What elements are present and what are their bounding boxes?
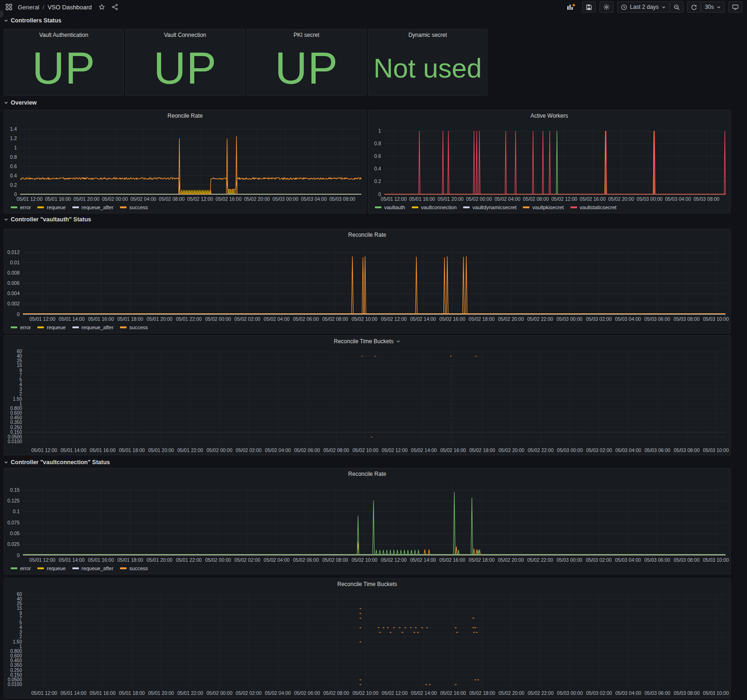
stat-value: UP — [32, 46, 95, 91]
svg-text:05/02 08:00: 05/02 08:00 — [322, 557, 348, 563]
svg-text:05/03 02:00: 05/03 02:00 — [586, 447, 612, 453]
legend-item-vaultpkisecret[interactable]: vaultpkisecret — [523, 205, 564, 210]
legend-item-success[interactable]: success — [120, 566, 148, 571]
svg-text:05/03 00:00: 05/03 00:00 — [557, 690, 583, 696]
cycle-view-mode-button[interactable] — [728, 1, 742, 13]
svg-text:05/02 00:00: 05/02 00:00 — [205, 316, 231, 322]
timeseries-chart[interactable]: 05/01 12:0005/01 14:0005/01 16:0005/01 1… — [4, 240, 730, 324]
svg-text:05/02 00:00: 05/02 00:00 — [205, 557, 231, 563]
stat-panel-dynamic-secret: Dynamic secret Not used — [368, 29, 487, 96]
svg-text:0.6: 0.6 — [374, 153, 381, 159]
heatmap-chart[interactable]: 05/01 12:0005/01 14:0005/01 16:0005/01 1… — [4, 347, 730, 455]
legend-item-vaultdynamicsecret[interactable]: vaultdynamicsecret — [463, 205, 516, 210]
time-range-picker[interactable]: Last 2 days — [617, 1, 669, 13]
apps-grid-icon[interactable] — [5, 3, 13, 11]
svg-text:05/03 00:00: 05/03 00:00 — [557, 316, 583, 322]
svg-text:05/02 04:00: 05/02 04:00 — [265, 447, 291, 453]
stat-value: UP — [154, 46, 217, 91]
svg-text:05/03 10:00: 05/03 10:00 — [703, 557, 729, 563]
panel-title[interactable]: Reconcile Time Buckets — [4, 579, 730, 590]
zoom-out-time-button[interactable] — [670, 1, 684, 13]
timeseries-chart[interactable]: 05/01 12:0005/01 16:0005/01 20:0005/02 0… — [368, 121, 730, 204]
legend-item-success[interactable]: success — [120, 205, 148, 210]
legend-item-vaultconnection[interactable]: vaultconnection — [412, 205, 457, 210]
svg-text:0: 0 — [17, 552, 20, 558]
panel-title[interactable]: Vault Authentication — [4, 29, 123, 41]
legend-color-dash — [37, 326, 44, 328]
panel-title[interactable]: Reconcile Rate — [4, 229, 730, 240]
svg-text:05/03 06:00: 05/03 06:00 — [644, 690, 670, 696]
legend-item-requeue[interactable]: requeue — [37, 325, 65, 330]
legend-label: requeue — [47, 566, 65, 571]
svg-text:05/01 12:00: 05/01 12:00 — [381, 196, 407, 202]
panel-title[interactable]: Reconcile Rate — [4, 468, 730, 480]
legend-item-error[interactable]: error — [11, 566, 31, 571]
heatmap-chart[interactable]: 05/01 12:0005/01 14:0005/01 16:0005/01 1… — [4, 590, 730, 698]
svg-text:05/01 18:00: 05/01 18:00 — [117, 557, 143, 563]
svg-text:05/02 18:00: 05/02 18:00 — [469, 316, 495, 322]
dashboard-settings-button[interactable] — [599, 1, 613, 13]
timeseries-chart[interactable]: 05/01 12:0005/01 14:0005/01 16:0005/01 1… — [4, 480, 730, 565]
legend-item-error[interactable]: error — [11, 325, 31, 330]
legend-color-dash — [523, 206, 529, 208]
legend-item-requeue[interactable]: requeue — [37, 205, 65, 210]
svg-text:05/03 02:00: 05/03 02:00 — [586, 316, 612, 322]
refresh-interval-picker[interactable]: 30s — [701, 1, 725, 13]
svg-text:0.002: 0.002 — [7, 301, 20, 306]
refresh-interval-label: 30s — [705, 4, 714, 10]
refresh-button[interactable] — [687, 1, 701, 13]
stat-value: Not used — [374, 55, 482, 82]
star-icon[interactable] — [98, 3, 106, 11]
section-controller-vaultconnection[interactable]: Controller "vaultconnection" Status — [4, 459, 110, 466]
legend-item-requeue_after[interactable]: requeue_after — [72, 566, 114, 571]
section-collapse-icon — [4, 100, 8, 105]
add-panel-button[interactable] — [564, 1, 578, 13]
section-controller-vaultauth[interactable]: Controller "vaultauth" Status — [4, 216, 91, 223]
svg-text:05/01 16:00: 05/01 16:00 — [45, 196, 71, 202]
section-collapse-icon — [4, 18, 8, 23]
section-controllers-status[interactable]: Controllers Status — [4, 17, 61, 24]
panel-title[interactable]: Reoncile Rate — [4, 110, 366, 121]
breadcrumb-folder[interactable]: General — [18, 4, 39, 11]
panel-vaultconnection-reconcile-rate: Reconcile Rate 05/01 12:0005/01 14:0005/… — [4, 468, 731, 574]
legend-label: requeue — [47, 205, 65, 210]
svg-text:05/01 14:00: 05/01 14:00 — [61, 447, 87, 453]
share-icon[interactable] — [111, 3, 119, 11]
svg-text:05/01 22:00: 05/01 22:00 — [176, 316, 202, 322]
legend-item-requeue_after[interactable]: requeue_after — [72, 205, 114, 210]
panel-title[interactable]: Vault Connection — [126, 29, 245, 41]
legend-item-requeue_after[interactable]: requeue_after — [72, 325, 114, 330]
panel-title[interactable]: Reconcile Time Buckets — [4, 336, 730, 347]
page-title[interactable]: VSO Dashboard — [48, 4, 92, 11]
svg-text:05/01 16:00: 05/01 16:00 — [90, 447, 116, 453]
svg-text:0.15: 0.15 — [10, 487, 20, 493]
legend-item-error[interactable]: error — [11, 205, 31, 210]
section-overview[interactable]: Overview — [4, 99, 37, 106]
svg-text:05/03 00:00: 05/03 00:00 — [557, 557, 583, 563]
top-nav: General / VSO Dashboard Last 2 days — [0, 0, 747, 14]
svg-text:05/02 06:00: 05/02 06:00 — [294, 690, 320, 696]
panel-title[interactable]: PKI secret — [247, 29, 366, 41]
legend-item-vaultstaticsecret[interactable]: vaultstaticsecret — [571, 205, 617, 210]
svg-text:05/03 04:00: 05/03 04:00 — [665, 196, 691, 202]
panel-title[interactable]: Active Workers — [368, 110, 730, 121]
legend-item-success[interactable]: success — [120, 325, 148, 330]
legend-label: requeue_after — [82, 325, 114, 330]
legend-item-requeue[interactable]: requeue — [37, 566, 65, 571]
save-dashboard-button[interactable] — [582, 1, 596, 13]
panel-title[interactable]: Dynamic secret — [368, 29, 487, 41]
legend-label: requeue — [47, 325, 65, 330]
svg-text:05/02 22:00: 05/02 22:00 — [528, 690, 554, 696]
svg-text:1: 1 — [378, 128, 381, 134]
svg-text:05/02 16:00: 05/02 16:00 — [439, 316, 465, 322]
chevron-down-icon — [662, 5, 666, 9]
legend-item-vaultauth[interactable]: vaultauth — [375, 205, 405, 210]
chart-legend: errorrequeuerequeue_aftersuccess — [4, 565, 730, 574]
svg-text:05/02 20:00: 05/02 20:00 — [499, 447, 525, 453]
svg-text:05/02 00:00: 05/02 00:00 — [206, 690, 233, 696]
panel-menu-chevron-icon — [396, 339, 401, 344]
legend-label: success — [129, 566, 148, 571]
timeseries-chart[interactable]: 05/01 12:0005/01 16:0005/01 20:0005/02 0… — [4, 121, 366, 204]
svg-text:05/03 08:00: 05/03 08:00 — [693, 196, 719, 202]
svg-text:05/02 02:00: 05/02 02:00 — [236, 690, 262, 696]
